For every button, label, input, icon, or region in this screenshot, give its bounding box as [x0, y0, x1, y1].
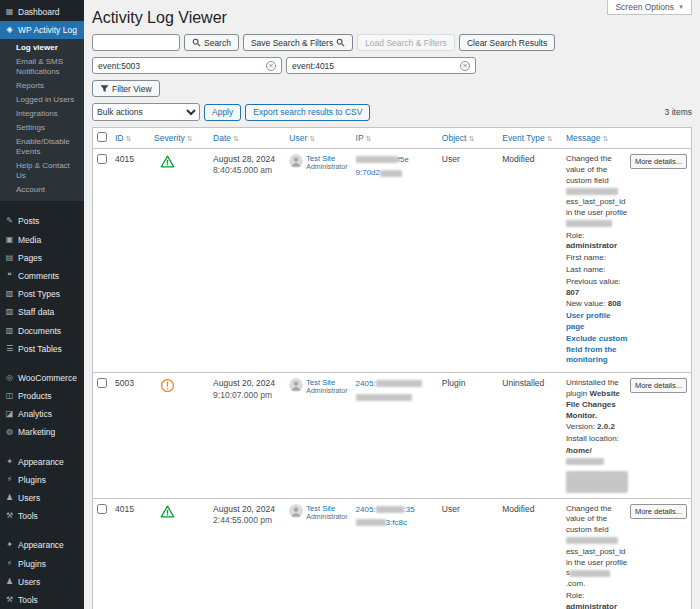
more-details-button[interactable]: More details... — [630, 154, 687, 169]
sidebar-item-post-types[interactable]: ▧Post Types — [0, 285, 84, 303]
redacted-text — [376, 380, 422, 387]
exclude-field-link[interactable]: Exclude custom field from the monitoring — [566, 334, 627, 365]
save-search-button[interactable]: Save Search & Filters — [243, 34, 353, 51]
menu-separator — [0, 358, 84, 369]
main-content: Screen Options ▼ Activity Log Viewer Sea… — [84, 0, 700, 609]
sidebar-subitem-enable-disable-events[interactable]: Enable/Disable Events — [0, 135, 84, 159]
sidebar-subitem-account[interactable]: Account — [0, 183, 84, 197]
column-header-ip[interactable]: IP⇅ — [352, 128, 438, 149]
apply-button[interactable]: Apply — [204, 104, 241, 121]
ip-link[interactable]: :35 — [404, 505, 415, 514]
select-all-checkbox[interactable] — [97, 132, 107, 142]
sidebar-item-wp-activity-log[interactable]: ◈WP Activity Log — [0, 21, 84, 39]
more-details-button[interactable]: More details... — [630, 378, 687, 393]
sort-icon: ⇅ — [309, 135, 315, 142]
sidebar-subitem-log-viewer[interactable]: Log viewer — [0, 41, 84, 55]
more-details-button[interactable]: More details... — [630, 504, 687, 519]
column-header-message[interactable]: Message⇅ — [562, 128, 692, 149]
sidebar-item-pages[interactable]: ▤Pages — [0, 249, 84, 267]
sidebar-item-dashboard[interactable]: ▦Dashboard — [0, 3, 84, 21]
sidebar-item-plugins[interactable]: ⚡Plugins — [0, 471, 84, 489]
dashboard-icon: ▦ — [5, 7, 14, 17]
ip-link[interactable]: 2405: — [356, 505, 376, 514]
redacted-block — [566, 471, 628, 493]
sidebar-item-staff-data[interactable]: ▨Staff data — [0, 303, 84, 321]
load-search-button[interactable]: Load Search & Filters — [357, 34, 455, 51]
row-checkbox[interactable] — [97, 154, 107, 164]
redacted-text — [356, 519, 386, 526]
sidebar-item-documents[interactable]: ▥Documents — [0, 322, 84, 340]
row-checkbox[interactable] — [97, 378, 107, 388]
ip-link[interactable]: f5e — [398, 155, 409, 164]
column-header-date[interactable]: Date⇅ — [209, 128, 285, 149]
sidebar-item-plugins[interactable]: ⚡Plugins — [0, 555, 84, 573]
event-id: 4015 — [111, 498, 150, 609]
event-type: Modified — [498, 498, 562, 609]
severity-low-icon — [160, 154, 175, 171]
sidebar-item-analytics[interactable]: ◪Analytics — [0, 405, 84, 423]
event-date: August 20, 2024 9:10:07.000 pm — [209, 373, 285, 498]
export-csv-button[interactable]: Export search results to CSV — [245, 104, 370, 121]
sidebar-item-users[interactable]: ♟Users — [0, 573, 84, 591]
row-checkbox[interactable] — [97, 504, 107, 514]
sidebar-item-comments[interactable]: ❝Comments — [0, 267, 84, 285]
sidebar-item-appearance[interactable]: ✦Appearance — [0, 536, 84, 554]
event-object: User — [438, 149, 498, 373]
sidebar-item-label: WP Activity Log — [18, 25, 77, 35]
sidebar-subitem-email-sms-notifications[interactable]: Email & SMS Notifications — [0, 55, 84, 79]
column-header-user[interactable]: User⇅ — [285, 128, 351, 149]
search-button[interactable]: Search — [184, 34, 239, 51]
sidebar-subitem-reports[interactable]: Reports — [0, 79, 84, 93]
event-user: Test Site Administrator — [285, 373, 351, 498]
items-count: 3 items — [665, 107, 692, 117]
media-icon: ▣ — [5, 235, 14, 245]
column-header-id[interactable]: ID⇅ — [111, 128, 150, 149]
comments-icon: ❝ — [5, 271, 14, 281]
sidebar-item-marketing[interactable]: ◍Marketing — [0, 423, 84, 441]
sidebar-item-label: Post Tables — [18, 344, 62, 354]
sidebar-item-tools[interactable]: ⚒Tools — [0, 591, 84, 609]
ip-link[interactable]: 2405: — [356, 379, 376, 388]
sidebar-subitem-logged-in-users[interactable]: Logged in Users — [0, 93, 84, 107]
sidebar-item-label: Dashboard — [18, 7, 60, 17]
sidebar-subitem-settings[interactable]: Settings — [0, 121, 84, 135]
user-link[interactable]: Test Site — [306, 378, 347, 387]
redacted-text — [566, 220, 612, 227]
ip-link[interactable]: 3:fc8c — [386, 518, 407, 527]
search-input[interactable] — [92, 34, 180, 51]
sidebar-item-appearance[interactable]: ✦Appearance — [0, 453, 84, 471]
products-icon: ◫ — [5, 391, 14, 401]
user-link[interactable]: Test Site — [306, 504, 347, 513]
sidebar-item-users[interactable]: ♟Users — [0, 489, 84, 507]
sidebar-subitem-help-contact-us[interactable]: Help & Contact Us — [0, 159, 84, 183]
event-id: 4015 — [111, 149, 150, 373]
event-date: August 28, 2024 8:40:45.000 am — [209, 149, 285, 373]
bulk-actions-select[interactable]: Bulk actions — [92, 103, 200, 121]
column-header-event-type[interactable]: Event Type⇅ — [498, 128, 562, 149]
ip-link[interactable]: 9:70d2 — [356, 168, 380, 177]
sidebar-item-woocommerce[interactable]: ◎WooCommerce — [0, 369, 84, 387]
sidebar-item-products[interactable]: ◫Products — [0, 387, 84, 405]
sidebar-item-tools[interactable]: ⚒Tools — [0, 507, 84, 525]
screen-options-button[interactable]: Screen Options ▼ — [607, 0, 692, 15]
filter-view-button[interactable]: Filter View — [92, 80, 160, 97]
analytics-icon: ◪ — [5, 409, 14, 419]
sidebar-item-label: Appearance — [18, 540, 64, 550]
sort-icon: ⇅ — [366, 135, 372, 142]
sidebar-item-media[interactable]: ▣Media — [0, 231, 84, 249]
sidebar-item-post-tables[interactable]: ☰Post Tables — [0, 340, 84, 358]
sidebar-item-label: Posts — [18, 216, 39, 226]
column-header-object[interactable]: Object⇅ — [438, 128, 498, 149]
search-plus-icon — [336, 38, 345, 47]
clear-search-button[interactable]: Clear Search Results — [459, 34, 555, 51]
user-link[interactable]: Test Site — [306, 154, 347, 163]
remove-filter-icon[interactable]: ✕ — [460, 61, 470, 71]
user-profile-link[interactable]: User profile page — [566, 311, 610, 331]
column-header-severity[interactable]: Severity⇅ — [150, 128, 209, 149]
event-user: Test Site Administrator — [285, 498, 351, 609]
load-search-label: Load Search & Filters — [365, 38, 447, 48]
sidebar-subitem-integrations[interactable]: Integrations — [0, 107, 84, 121]
remove-filter-icon[interactable]: ✕ — [266, 61, 276, 71]
search-button-label: Search — [204, 38, 231, 48]
sidebar-item-posts[interactable]: ✎Posts — [0, 212, 84, 230]
